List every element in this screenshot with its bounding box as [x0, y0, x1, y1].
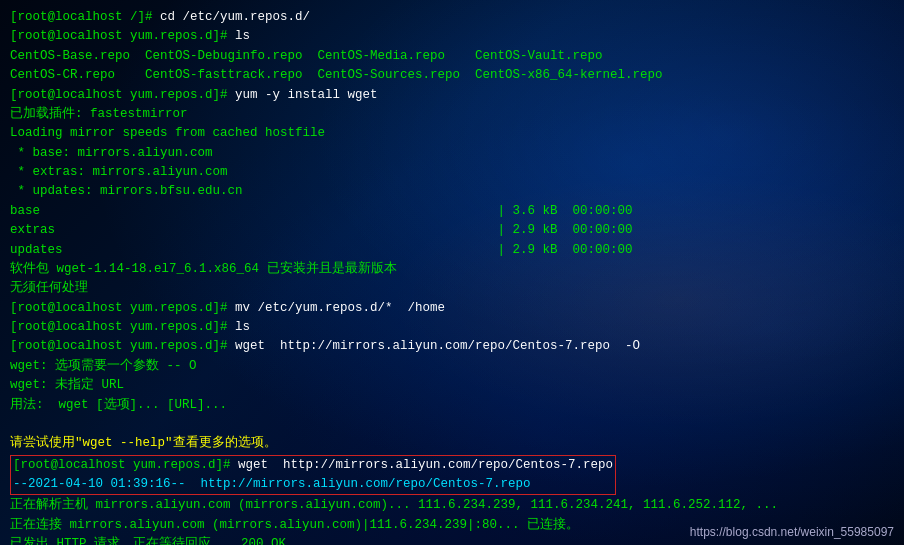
line-1: [root@localhost /]# cd /etc/yum.repos.d/ — [10, 8, 894, 27]
line-10: * updates: mirrors.bfsu.edu.cn — [10, 182, 894, 201]
line-20: wget: 未指定 URL — [10, 376, 894, 395]
line-13: updates | 2.9 kB 00:00:00 — [10, 241, 894, 260]
boxed-section: [root@localhost yum.repos.d]# wget http:… — [10, 455, 616, 496]
line-26: 正在解析主机 mirrors.aliyun.com (mirrors.aliyu… — [10, 496, 894, 515]
line-14: 软件包 wget-1.14-18.el7_6.1.x86_64 已安装并且是最新… — [10, 260, 894, 279]
line-12: extras | 2.9 kB 00:00:00 — [10, 221, 894, 240]
line-18: [root@localhost yum.repos.d]# wget http:… — [10, 337, 894, 356]
watermark-text: https://blog.csdn.net/weixin_55985097 — [690, 525, 894, 539]
line-24: [root@localhost yum.repos.d]# wget http:… — [13, 456, 613, 475]
line-9: * extras: mirrors.aliyun.com — [10, 163, 894, 182]
terminal: [root@localhost /]# cd /etc/yum.repos.d/… — [0, 0, 904, 545]
line-5: [root@localhost yum.repos.d]# yum -y ins… — [10, 86, 894, 105]
line-19: wget: 选项需要一个参数 -- O — [10, 357, 894, 376]
line-2: [root@localhost yum.repos.d]# ls — [10, 27, 894, 46]
line-7: Loading mirror speeds from cached hostfi… — [10, 124, 894, 143]
line-15: 无须任何处理 — [10, 279, 894, 298]
line-3: CentOS-Base.repo CentOS-Debuginfo.repo C… — [10, 47, 894, 66]
line-6: 已加载插件: fastestmirror — [10, 105, 894, 124]
line-21: 用法: wget [选项]... [URL]... — [10, 396, 894, 415]
line-25: --2021-04-10 01:39:16-- http://mirrors.a… — [13, 475, 613, 494]
line-23: 请尝试使用"wget --help"查看更多的选项。 — [10, 434, 894, 453]
line-11: base | 3.6 kB 00:00:00 — [10, 202, 894, 221]
line-16: [root@localhost yum.repos.d]# mv /etc/yu… — [10, 299, 894, 318]
line-22 — [10, 415, 894, 434]
line-8: * base: mirrors.aliyun.com — [10, 144, 894, 163]
line-17: [root@localhost yum.repos.d]# ls — [10, 318, 894, 337]
watermark: https://blog.csdn.net/weixin_55985097 — [690, 525, 894, 539]
line-4: CentOS-CR.repo CentOS-fasttrack.repo Cen… — [10, 66, 894, 85]
